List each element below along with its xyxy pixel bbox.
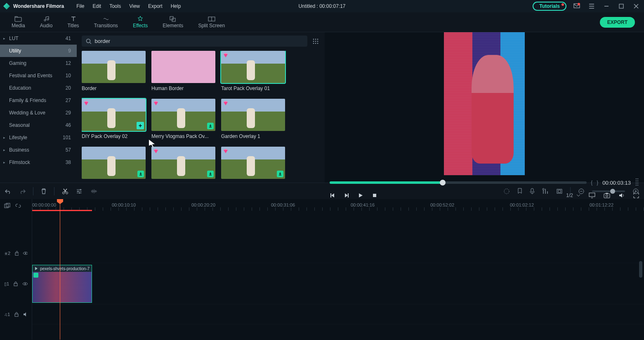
sidebar-item[interactable]: Wedding & Love29 <box>0 107 77 119</box>
thumbnail[interactable]: Garden Overlay 1 <box>221 99 285 139</box>
tab-audio[interactable]: Audio <box>33 14 60 30</box>
sidebar-item[interactable]: Seasonal46 <box>0 119 77 131</box>
export-button[interactable]: EXPORT <box>600 17 635 28</box>
menu-help[interactable]: Help <box>171 3 181 9</box>
zoom-in-icon[interactable] <box>632 188 639 195</box>
svg-point-14 <box>313 43 314 44</box>
volume-icon[interactable] <box>618 193 625 198</box>
step-forward-icon[interactable] <box>344 193 349 198</box>
thumbnail[interactable]: +DIY Pack Overlay 02 <box>82 99 146 139</box>
eye-icon[interactable] <box>23 251 28 255</box>
render-icon[interactable] <box>503 188 510 195</box>
window-minimize-icon[interactable] <box>602 2 611 11</box>
link-icon[interactable] <box>15 203 21 209</box>
grid-view-icon[interactable] <box>312 38 319 45</box>
redo-icon[interactable] <box>19 188 26 194</box>
sidebar-item[interactable]: Education20 <box>0 82 77 94</box>
svg-rect-27 <box>373 194 376 197</box>
undo-icon[interactable] <box>5 188 12 194</box>
svg-point-1 <box>578 3 580 5</box>
progress-bar[interactable] <box>330 181 587 184</box>
menu-edit[interactable]: Edit <box>92 3 101 9</box>
delete-icon[interactable] <box>41 188 47 195</box>
brace-right-icon[interactable]: } <box>597 180 598 185</box>
tutorials-button[interactable]: Tutorials <box>533 2 566 11</box>
timeline-scrollbar[interactable] <box>639 199 643 340</box>
adjust-icon[interactable] <box>76 188 83 194</box>
playhead[interactable] <box>60 199 60 340</box>
display-icon[interactable] <box>589 193 595 198</box>
svg-rect-3 <box>15 17 21 21</box>
search-box[interactable] <box>82 36 307 47</box>
sidebar-item[interactable]: Filmstock38 <box>0 156 77 169</box>
menu-export[interactable]: Export <box>148 3 163 9</box>
play-icon[interactable] <box>358 193 363 198</box>
sidebar-item[interactable]: Gaming12 <box>0 57 77 69</box>
thumbnail[interactable]: Border <box>82 51 146 91</box>
svg-rect-19 <box>636 181 637 181</box>
thumbnail[interactable]: Human Border <box>151 51 215 91</box>
svg-point-9 <box>315 38 316 40</box>
zoom-out-icon[interactable] <box>578 188 585 195</box>
snapshot-icon[interactable] <box>604 193 610 198</box>
folder-icon <box>14 16 22 22</box>
sidebar-item[interactable]: Festival and Events10 <box>0 69 77 82</box>
window-close-icon[interactable] <box>632 2 641 11</box>
video-track-lane[interactable]: pexels-shvets-production-7 <box>32 263 644 304</box>
thumbnail[interactable]: Merry Vlogmas Pack Ov... <box>151 99 215 139</box>
lock-icon[interactable] <box>13 281 18 286</box>
tab-media[interactable]: Media <box>4 14 33 30</box>
crop-icon[interactable] <box>556 188 563 194</box>
tab-elements[interactable]: Elements <box>155 14 191 30</box>
zoom-slider[interactable] <box>592 190 625 192</box>
list-icon[interactable] <box>587 2 596 11</box>
search-input[interactable] <box>94 38 303 44</box>
tab-titles[interactable]: Titles <box>60 14 86 30</box>
timeline-ruler[interactable]: 00:00:00:0000:00:10:1000:00:20:2000:00:3… <box>32 199 644 212</box>
brace-left-icon[interactable]: { <box>591 180 592 185</box>
overlap-icon[interactable] <box>4 203 11 209</box>
effects-sidebar: LUT41Utility9Gaming12Festival and Events… <box>0 32 77 183</box>
eye-icon[interactable] <box>22 282 28 286</box>
preview-timecode: 00:00:03:13 <box>602 180 631 186</box>
sidebar-item[interactable]: LUT41 <box>0 32 77 45</box>
thumbnail[interactable] <box>151 147 215 181</box>
menu-file[interactable]: File <box>76 3 84 9</box>
video-clip[interactable]: pexels-shvets-production-7 <box>32 265 92 303</box>
effects-icon <box>137 16 144 22</box>
tab-transitions[interactable]: Transitions <box>87 14 125 30</box>
track-header-audio[interactable]: ♫1 <box>0 304 32 324</box>
sidebar-item[interactable]: Business57 <box>0 144 77 156</box>
tab-split-screen[interactable]: Split Screen <box>191 14 232 30</box>
thumbnail[interactable]: Tarot Pack Overlay 01 <box>221 51 285 91</box>
menu-tools[interactable]: Tools <box>109 3 121 9</box>
thumbnail[interactable] <box>221 147 285 181</box>
lock-icon[interactable] <box>14 312 18 317</box>
sidebar-item[interactable]: Utility9 <box>0 45 77 57</box>
track-header-video[interactable]: ▯1 <box>0 263 32 304</box>
speaker-icon[interactable] <box>23 312 28 317</box>
marker-icon[interactable] <box>517 188 522 195</box>
stop-icon[interactable] <box>372 193 377 198</box>
voiceover-icon[interactable] <box>530 188 535 195</box>
split-icon[interactable] <box>62 188 68 195</box>
tab-effects[interactable]: Effects <box>125 14 155 30</box>
progress-handle-icon[interactable] <box>440 180 446 185</box>
track-header-fx[interactable]: ⚹2 <box>0 243 32 263</box>
thumbnail[interactable] <box>82 147 146 181</box>
timeline-tracks[interactable]: 00:00:00:0000:00:10:1000:00:20:2000:00:3… <box>32 199 644 340</box>
step-back-icon[interactable] <box>330 193 335 198</box>
preview-drag-handle-icon[interactable] <box>635 177 639 188</box>
menu-view[interactable]: View <box>129 3 140 9</box>
svg-point-10 <box>317 38 318 40</box>
notifications-icon[interactable] <box>572 2 581 11</box>
audio-mixer-icon[interactable] <box>542 188 549 195</box>
audio-track-lane[interactable] <box>32 304 644 324</box>
audio-waveform-icon[interactable] <box>90 188 97 194</box>
window-maximize-icon[interactable] <box>617 2 626 11</box>
sidebar-item[interactable]: Lifestyle101 <box>0 131 77 144</box>
lock-icon[interactable] <box>14 251 19 256</box>
add-icon[interactable]: + <box>137 122 144 129</box>
sidebar-item[interactable]: Family & Friends27 <box>0 94 77 107</box>
fx-track-lane[interactable] <box>32 243 644 263</box>
